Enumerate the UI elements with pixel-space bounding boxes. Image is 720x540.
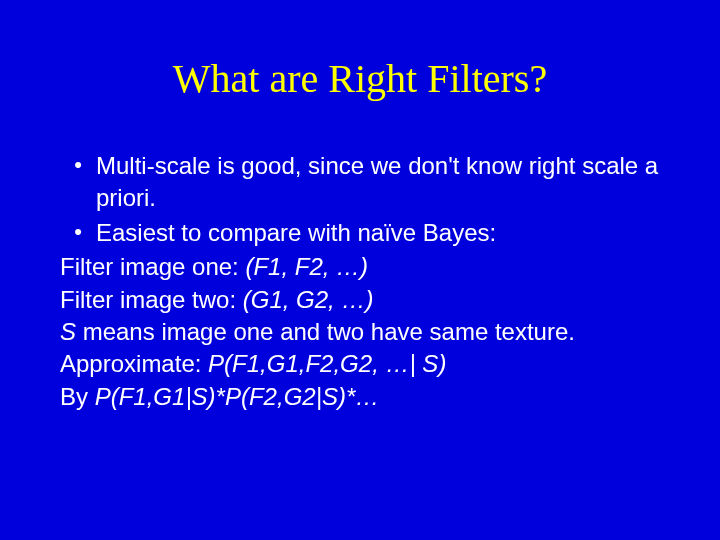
text-plain: Filter image one: xyxy=(60,253,245,280)
text-italic: (F1, F2, …) xyxy=(245,253,368,280)
text-plain: means image one and two have same textur… xyxy=(76,318,575,345)
body-line: Approximate: P(F1,G1,F2,G2, …| S) xyxy=(60,348,660,380)
slide: What are Right Filters? • Multi-scale is… xyxy=(0,0,720,540)
body-line: Filter image two: (G1, G2, …) xyxy=(60,284,660,316)
body-line: Filter image one: (F1, F2, …) xyxy=(60,251,660,283)
text-italic: P(F1,G1,F2,G2, …| S) xyxy=(208,350,446,377)
text-italic: S xyxy=(60,318,76,345)
bullet-icon: • xyxy=(60,150,96,181)
text-plain: Filter image two: xyxy=(60,286,243,313)
body-line: By P(F1,G1|S)*P(F2,G2|S)*… xyxy=(60,381,660,413)
slide-title: What are Right Filters? xyxy=(60,55,660,102)
bullet-item: • Multi-scale is good, since we don't kn… xyxy=(60,150,660,215)
text-plain: Approximate: xyxy=(60,350,208,377)
bullet-text: Easiest to compare with naïve Bayes: xyxy=(96,217,660,249)
text-italic: (G1, G2, …) xyxy=(243,286,374,313)
bullet-icon: • xyxy=(60,217,96,248)
text-plain: By xyxy=(60,383,95,410)
text-italic: P(F1,G1|S)*P(F2,G2|S)*… xyxy=(95,383,380,410)
bullet-item: • Easiest to compare with naïve Bayes: xyxy=(60,217,660,249)
slide-body: • Multi-scale is good, since we don't kn… xyxy=(60,150,660,413)
body-line: S means image one and two have same text… xyxy=(60,316,660,348)
bullet-text: Multi-scale is good, since we don't know… xyxy=(96,150,660,215)
